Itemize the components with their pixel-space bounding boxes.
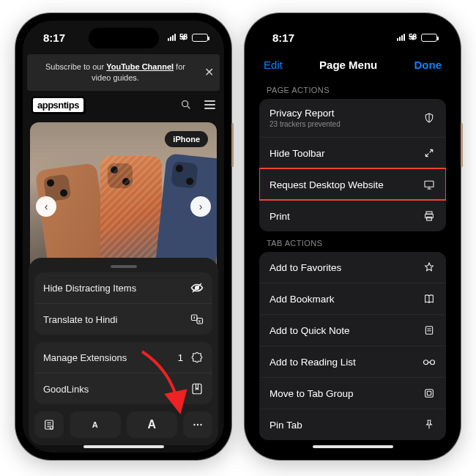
category-pill[interactable]: iPhone: [165, 131, 208, 147]
dynamic-island: [89, 28, 159, 48]
manage-extensions[interactable]: Manage Extensions 1: [34, 342, 212, 373]
right-phone: 8:17 58 Edit Page Menu Done PAGE ACTIONS…: [245, 13, 461, 460]
square-grid-icon: [423, 387, 436, 400]
row-label: Move to Tab Group: [269, 388, 354, 399]
home-indicator[interactable]: [313, 445, 393, 448]
pin-icon: [423, 418, 436, 431]
tab-actions-list: Add to Favorites Add Bookmark Add to Qui…: [259, 252, 446, 440]
signal-icon: [397, 34, 405, 41]
next-icon[interactable]: ›: [190, 196, 211, 217]
promo-banner[interactable]: Subscribe to our YouTube Channel for vid…: [27, 54, 220, 91]
row-label: Privacy Report: [269, 108, 335, 119]
row-label: Add to Quick Note: [269, 325, 350, 336]
svg-point-6: [50, 426, 53, 429]
row-label: Add to Favorites: [269, 262, 341, 273]
print[interactable]: Print: [259, 200, 446, 231]
grabber[interactable]: [111, 265, 137, 268]
move-to-tab-group[interactable]: Move to Tab Group: [259, 377, 446, 409]
status-time: 8:17: [272, 31, 294, 44]
signal-icon: [168, 34, 176, 41]
eye-off-icon: [190, 281, 204, 294]
text-larger-button[interactable]: A: [127, 412, 178, 438]
hide-toolbar[interactable]: Hide Toolbar: [259, 137, 446, 168]
svg-rect-10: [425, 181, 434, 187]
svg-point-7: [193, 424, 195, 425]
add-bookmark[interactable]: Add Bookmark: [259, 283, 446, 314]
pin-tab[interactable]: Pin Tab: [259, 409, 446, 440]
svg-rect-17: [425, 390, 434, 398]
done-button[interactable]: Done: [414, 59, 442, 71]
section-header: TAB ACTIONS: [252, 231, 453, 252]
menu-icon[interactable]: [204, 100, 215, 109]
goodlinks[interactable]: GoodLinks: [34, 373, 212, 404]
sheet-group-1: Hide Distracting Items Translate to Hind…: [34, 272, 212, 335]
banner-link[interactable]: YouTube Channel: [106, 62, 174, 71]
request-desktop-website[interactable]: Request Desktop Website: [259, 168, 446, 200]
more-button[interactable]: [183, 412, 212, 438]
glasses-icon: [423, 355, 436, 368]
row-label: Print: [269, 211, 290, 222]
status-icons: 58: [397, 34, 437, 42]
svg-point-15: [424, 360, 428, 365]
translate-to-hindi[interactable]: Translate to Hindi: [34, 303, 212, 335]
shield-icon: [423, 111, 436, 124]
svg-point-9: [200, 424, 201, 425]
svg-rect-18: [427, 391, 431, 395]
banner-pre: Subscribe to our: [45, 62, 106, 71]
svg-point-0: [182, 101, 188, 107]
expand-icon: [423, 146, 436, 160]
add-to-reading-list[interactable]: Add to Reading List: [259, 346, 446, 377]
sheet-group-2: Manage Extensions 1 GoodLinks: [34, 342, 212, 404]
privacy-report[interactable]: Privacy Report 23 trackers prevented: [259, 99, 446, 137]
page-actions-list: Privacy Report 23 trackers prevented Hid…: [259, 99, 446, 231]
row-label: Add Bookmark: [269, 294, 335, 305]
search-icon[interactable]: [179, 98, 193, 111]
desktop-icon: [423, 178, 436, 191]
printer-icon: [423, 209, 436, 223]
sheet-tabbar: A A: [34, 412, 212, 438]
svg-point-8: [197, 424, 198, 425]
site-logo[interactable]: appsntips: [31, 97, 85, 114]
add-to-quick-note[interactable]: Add to Quick Note: [259, 314, 446, 346]
left-screen: 8:17 58 Subscribe to our YouTube Channel…: [23, 21, 224, 453]
row-label: Add to Reading List: [269, 357, 356, 368]
dynamic-island: [318, 28, 388, 48]
add-to-favorites[interactable]: Add to Favorites: [259, 252, 446, 283]
row-label: GoodLinks: [43, 384, 89, 395]
puzzle-icon: [190, 351, 204, 364]
translate-icon: [190, 313, 204, 326]
row-label: Manage Extensions: [43, 352, 127, 363]
book-icon: [423, 292, 436, 305]
bookmark-app-icon: [190, 382, 204, 395]
star-icon: [423, 261, 436, 274]
extensions-badge: 1: [178, 352, 183, 363]
action-sheet: Hide Distracting Items Translate to Hind…: [29, 258, 218, 445]
hide-distracting-items[interactable]: Hide Distracting Items: [34, 272, 212, 303]
row-label: Pin Tab: [269, 420, 302, 431]
prev-icon[interactable]: ‹: [36, 196, 56, 217]
page-title: Page Menu: [319, 59, 377, 71]
svg-rect-13: [427, 217, 432, 220]
right-screen: 8:17 58 Edit Page Menu Done PAGE ACTIONS…: [252, 21, 453, 453]
edit-button[interactable]: Edit: [264, 59, 283, 71]
section-header: PAGE ACTIONS: [252, 78, 453, 99]
reader-button[interactable]: [34, 412, 64, 438]
status-icons: 58: [168, 34, 208, 42]
svg-rect-14: [425, 327, 432, 335]
row-label: Request Desktop Website: [269, 179, 384, 190]
status-time: 8:17: [43, 31, 65, 44]
close-icon[interactable]: ✕: [204, 64, 214, 81]
section-header: WEBSITE SETTINGS FOR APPSNTIPS.COM: [252, 440, 453, 445]
battery-icon: 58: [192, 34, 208, 42]
text-smaller-button[interactable]: A: [70, 412, 121, 438]
left-phone: 8:17 58 Subscribe to our YouTube Channel…: [15, 13, 231, 460]
site-header: appsntips: [23, 91, 224, 119]
battery-icon: 58: [421, 34, 437, 42]
row-label: Hide Toolbar: [269, 148, 325, 159]
row-label: Translate to Hindi: [43, 314, 117, 325]
home-indicator[interactable]: [83, 445, 164, 448]
note-icon: [423, 324, 436, 337]
page-menu-header: Edit Page Menu Done: [252, 56, 453, 78]
row-label: Hide Distracting Items: [43, 283, 136, 294]
svg-point-16: [431, 360, 435, 365]
